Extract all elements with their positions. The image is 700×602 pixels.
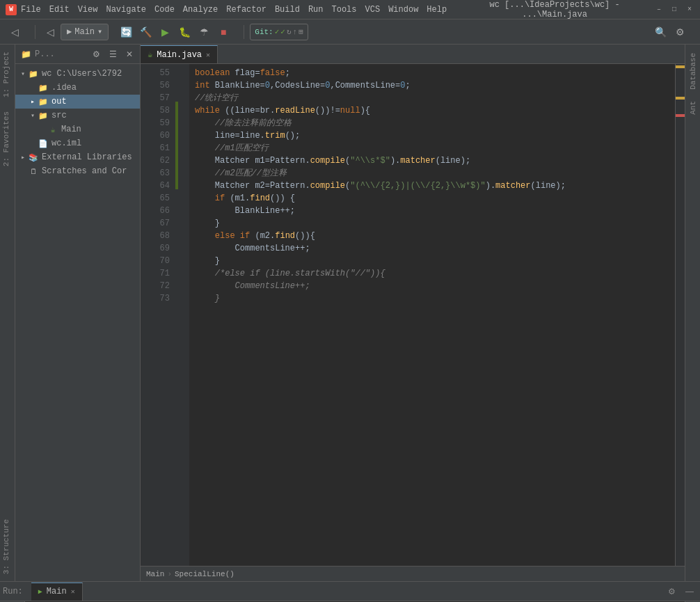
app-icon: W bbox=[6, 4, 17, 15]
tree-label-main: Main bbox=[61, 125, 81, 134]
debug-button[interactable]: 🐛 bbox=[175, 23, 193, 41]
vcs-text: Git: bbox=[255, 28, 273, 36]
tree-label-wc: wc C:\Users\2792 bbox=[42, 69, 122, 79]
tab-main-java[interactable]: ☕ Main.java ✕ bbox=[141, 45, 218, 63]
project-tab[interactable]: 1: Project bbox=[0, 45, 15, 104]
title-bar: W File Edit View Navigate Code Analyze R… bbox=[0, 0, 700, 19]
nav-buttons: ◁ bbox=[6, 23, 24, 41]
extra-buttons: 🔍 ⚙ bbox=[651, 23, 689, 41]
sidebar-gear[interactable]: ⚙ bbox=[88, 47, 104, 62]
window-controls: – □ × bbox=[654, 5, 694, 15]
tree-item-src[interactable]: ▾ 📁 src bbox=[15, 109, 140, 122]
tab-java-icon: ☕ bbox=[148, 49, 152, 60]
tree-label-ext: External Libraries bbox=[42, 152, 132, 162]
menu-analyze[interactable]: Analyze bbox=[183, 5, 218, 15]
code-area[interactable]: boolean flag=false; int BlankLine=0,Code… bbox=[189, 64, 675, 566]
xml-icon-wc: 📄 bbox=[38, 138, 49, 149]
right-gutter bbox=[675, 64, 685, 566]
run-tab-close[interactable]: ✕ bbox=[71, 587, 75, 596]
back-button[interactable]: ◁ bbox=[6, 23, 24, 41]
lib-icon-ext: 📚 bbox=[28, 152, 39, 163]
run-tabs: Run: ▶ Main ✕ ⚙ — bbox=[0, 582, 700, 601]
breadcrumb-main[interactable]: Main bbox=[146, 570, 164, 578]
tree-item-idea[interactable]: 📁 .idea bbox=[15, 81, 140, 95]
tree-item-ext[interactable]: ▸ 📚 External Libraries bbox=[15, 150, 140, 164]
menu-refactor[interactable]: Refactor bbox=[226, 5, 267, 15]
editor-area: ☕ Main.java ✕ 55 56 57 58 59 60 61 62 63… bbox=[141, 45, 685, 581]
tab-close-main[interactable]: ✕ bbox=[206, 51, 210, 59]
tree-arrow-ext: ▸ bbox=[18, 153, 28, 161]
window-title: wc [...\IdeaProjects\wc] - ...\Main.java bbox=[455, 0, 654, 19]
editor-content: 55 56 57 58 59 60 61 62 63 64 65 66 67 6… bbox=[141, 64, 685, 566]
java-icon-main: ☕ bbox=[47, 124, 58, 135]
run-tab-main[interactable]: ▶ Main ✕ bbox=[31, 583, 83, 601]
menu-navigate[interactable]: Navigate bbox=[106, 5, 146, 15]
menu-run[interactable]: Run bbox=[308, 5, 324, 15]
main-area: 1: Project 2: Favorites 3: Structure 📁 P… bbox=[0, 45, 700, 581]
maximize-button[interactable]: □ bbox=[669, 5, 679, 15]
folder-icon-out: 📁 bbox=[38, 96, 49, 107]
run-tab-main-label: Main bbox=[47, 587, 67, 596]
tree-item-wc[interactable]: ▾ 📁 wc C:\Users\2792 bbox=[15, 67, 140, 81]
favorites-tab[interactable]: 2: Favorites bbox=[0, 104, 15, 173]
bottom-section: Run: ▶ Main ✕ ⚙ — ↻ ■ 📷 ↩ 🖨 📌 ✕ "D:\IDEA… bbox=[0, 581, 700, 602]
database-tab[interactable]: Database bbox=[687, 47, 699, 95]
menu-view[interactable]: View bbox=[78, 5, 98, 15]
run-button[interactable]: ▶ bbox=[156, 23, 174, 41]
run-config-group: ◁ ▶ Main ▾ bbox=[41, 23, 109, 41]
structure-tab[interactable]: 3: Structure bbox=[0, 512, 15, 581]
run-close-btn[interactable]: — bbox=[682, 584, 697, 599]
run-settings-btn[interactable]: ⚙ bbox=[664, 584, 679, 599]
menu-code[interactable]: Code bbox=[154, 5, 175, 15]
tree-label-src: src bbox=[51, 111, 67, 120]
ant-tab[interactable]: Ant bbox=[687, 95, 699, 120]
menu-edit[interactable]: Edit bbox=[49, 5, 70, 15]
sidebar-title: P... bbox=[35, 49, 87, 59]
tab-main-java-label: Main.java bbox=[157, 50, 202, 60]
tree-arrow-out: ▸ bbox=[28, 97, 38, 106]
breadcrumb-sep: › bbox=[167, 570, 172, 578]
tree-item-wcxml[interactable]: 📄 wc.iml bbox=[15, 136, 140, 150]
stop-button[interactable]: ■ bbox=[214, 23, 232, 41]
run-config-arrow[interactable]: ◁ bbox=[41, 23, 59, 41]
run-config-dropdown[interactable]: ▶ Main ▾ bbox=[61, 24, 109, 40]
settings-button[interactable]: ⚙ bbox=[671, 23, 689, 41]
close-button[interactable]: × bbox=[685, 5, 694, 15]
scratch-icon: 🗒 bbox=[28, 166, 39, 177]
folder-icon-src: 📁 bbox=[38, 110, 49, 121]
line-numbers: 55 56 57 58 59 60 61 62 63 64 65 66 67 6… bbox=[141, 64, 175, 566]
menu-file[interactable]: File bbox=[21, 5, 41, 15]
menu-help[interactable]: Help bbox=[427, 5, 447, 15]
left-strip: 1: Project 2: Favorites 3: Structure bbox=[0, 45, 15, 581]
folder-icon-idea: 📁 bbox=[38, 82, 49, 93]
project-tree: ▾ 📁 wc C:\Users\2792 📁 .idea ▸ 📁 out ▾ 📁… bbox=[15, 64, 140, 581]
menu-tools[interactable]: Tools bbox=[332, 5, 357, 15]
toolbar: ◁ ◁ ▶ Main ▾ 🔄 🔨 ▶ 🐛 ☂ ■ Git: ✓ ✓ ↻ ↑ ⊞ … bbox=[0, 19, 700, 45]
minimize-button[interactable]: – bbox=[654, 5, 664, 15]
sidebar-settings[interactable]: ☰ bbox=[105, 47, 120, 62]
run-config-label: Main bbox=[74, 27, 95, 37]
build-button[interactable]: 🔨 bbox=[136, 23, 154, 41]
menu-build[interactable]: Build bbox=[275, 5, 300, 15]
tree-label-idea: .idea bbox=[51, 83, 77, 93]
sidebar-tree-icon: 📁 bbox=[18, 47, 33, 62]
sidebar-close[interactable]: ✕ bbox=[122, 47, 137, 62]
breadcrumb-method[interactable]: SpecialLine() bbox=[175, 570, 234, 578]
coverage-button[interactable]: ☂ bbox=[195, 23, 213, 41]
reload-button[interactable]: 🔄 bbox=[117, 23, 135, 41]
tree-arrow-wc: ▾ bbox=[18, 70, 28, 78]
tree-item-scratch[interactable]: 🗒 Scratches and Cor bbox=[15, 164, 140, 178]
diff-gutter bbox=[175, 64, 189, 566]
menu-bar: File Edit View Navigate Code Analyze Ref… bbox=[21, 5, 447, 15]
run-tab-run-label: Run: bbox=[3, 587, 23, 596]
sidebar-toolbar: 📁 P... ⚙ ☰ ✕ bbox=[15, 45, 140, 64]
menu-vcs[interactable]: VCS bbox=[365, 5, 381, 15]
search-everywhere-button[interactable]: 🔍 bbox=[651, 23, 669, 41]
menu-window[interactable]: Window bbox=[388, 5, 418, 15]
tree-item-out[interactable]: ▸ 📁 out bbox=[15, 95, 140, 109]
build-buttons: 🔄 🔨 ▶ 🐛 ☂ ■ bbox=[117, 23, 232, 41]
editor-tabs: ☕ Main.java ✕ bbox=[141, 45, 685, 64]
breadcrumb: Main › SpecialLine() bbox=[141, 566, 685, 581]
vcs-label: Git: ✓ ✓ ↻ ↑ ⊞ bbox=[250, 24, 308, 40]
tree-item-main[interactable]: ☕ Main bbox=[15, 122, 140, 136]
